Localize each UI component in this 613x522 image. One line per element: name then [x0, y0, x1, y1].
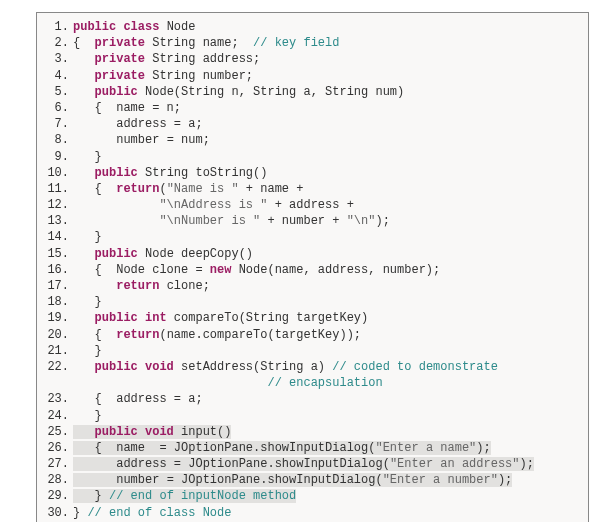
- code-line: 22. public void setAddress(String a) // …: [43, 359, 578, 375]
- line-number: 10.: [43, 165, 73, 181]
- line-number: 1.: [43, 19, 73, 35]
- code-content: address = JOptionPane.showInputDialog("E…: [73, 456, 578, 472]
- line-number: 4.: [43, 68, 73, 84]
- code-line: 15. public Node deepCopy(): [43, 246, 578, 262]
- line-number: 17.: [43, 278, 73, 294]
- code-content: public class Node: [73, 19, 578, 35]
- code-content: { return(name.compareTo(targetKey));: [73, 327, 578, 343]
- code-line: 24. }: [43, 408, 578, 424]
- line-number: 15.: [43, 246, 73, 262]
- code-line: 16. { Node clone = new Node(name, addres…: [43, 262, 578, 278]
- code-content: { private String name; // key field: [73, 35, 578, 51]
- line-number: 12.: [43, 197, 73, 213]
- line-number: 25.: [43, 424, 73, 440]
- code-line: 19. public int compareTo(String targetKe…: [43, 310, 578, 326]
- code-content: } // end of class Node: [73, 505, 578, 521]
- line-number: 7.: [43, 116, 73, 132]
- code-content: number = num;: [73, 132, 578, 148]
- code-line: 11. { return("Name is " + name +: [43, 181, 578, 197]
- code-content: }: [73, 343, 578, 359]
- code-line: 18. }: [43, 294, 578, 310]
- code-listing: 1.public class Node2.{ private String na…: [36, 12, 589, 522]
- code-content: public void setAddress(String a) // code…: [73, 359, 578, 375]
- code-line: 13. "\nNumber is " + number + "\n");: [43, 213, 578, 229]
- code-line: 4. private String number;: [43, 68, 578, 84]
- code-line: 10. public String toString(): [43, 165, 578, 181]
- line-number: 27.: [43, 456, 73, 472]
- code-line: 3. private String address;: [43, 51, 578, 67]
- line-number: 5.: [43, 84, 73, 100]
- code-content: { name = n;: [73, 100, 578, 116]
- code-line: 26. { name = JOptionPane.showInputDialog…: [43, 440, 578, 456]
- code-content: public void input(): [73, 424, 578, 440]
- code-line: 2.{ private String name; // key field: [43, 35, 578, 51]
- code-line: 12. "\nAddress is " + address +: [43, 197, 578, 213]
- code-line: // encapsulation: [43, 375, 578, 391]
- code-line: 20. { return(name.compareTo(targetKey));: [43, 327, 578, 343]
- line-number: 24.: [43, 408, 73, 424]
- code-content: return clone;: [73, 278, 578, 294]
- code-content: } // end of inputNode method: [73, 488, 578, 504]
- line-number: 19.: [43, 310, 73, 326]
- code-content: }: [73, 149, 578, 165]
- line-number: 26.: [43, 440, 73, 456]
- line-number: 14.: [43, 229, 73, 245]
- code-line: 28. number = JOptionPane.showInputDialog…: [43, 472, 578, 488]
- line-number: 11.: [43, 181, 73, 197]
- code-content: // encapsulation: [73, 375, 578, 391]
- code-content: private String number;: [73, 68, 578, 84]
- code-content: address = a;: [73, 116, 578, 132]
- code-content: private String address;: [73, 51, 578, 67]
- code-content: { Node clone = new Node(name, address, n…: [73, 262, 578, 278]
- code-content: public Node(String n, String a, String n…: [73, 84, 578, 100]
- code-line: 17. return clone;: [43, 278, 578, 294]
- line-number: 22.: [43, 359, 73, 375]
- code-content: public Node deepCopy(): [73, 246, 578, 262]
- code-content: public String toString(): [73, 165, 578, 181]
- code-content: number = JOptionPane.showInputDialog("En…: [73, 472, 578, 488]
- line-number: 9.: [43, 149, 73, 165]
- line-number: 23.: [43, 391, 73, 407]
- line-number: 8.: [43, 132, 73, 148]
- code-line: 1.public class Node: [43, 19, 578, 35]
- code-line: 23. { address = a;: [43, 391, 578, 407]
- code-line: 30.} // end of class Node: [43, 505, 578, 521]
- line-number: 21.: [43, 343, 73, 359]
- line-number: 16.: [43, 262, 73, 278]
- code-line: 6. { name = n;: [43, 100, 578, 116]
- line-number: 28.: [43, 472, 73, 488]
- code-content: { address = a;: [73, 391, 578, 407]
- line-number: 3.: [43, 51, 73, 67]
- code-line: 8. number = num;: [43, 132, 578, 148]
- code-line: 25. public void input(): [43, 424, 578, 440]
- line-number: 30.: [43, 505, 73, 521]
- code-content: }: [73, 408, 578, 424]
- code-line: 7. address = a;: [43, 116, 578, 132]
- line-number: 6.: [43, 100, 73, 116]
- code-line: 27. address = JOptionPane.showInputDialo…: [43, 456, 578, 472]
- code-line: 14. }: [43, 229, 578, 245]
- line-number: 2.: [43, 35, 73, 51]
- code-line: 29. } // end of inputNode method: [43, 488, 578, 504]
- line-number: 29.: [43, 488, 73, 504]
- code-content: "\nAddress is " + address +: [73, 197, 578, 213]
- code-line: 9. }: [43, 149, 578, 165]
- line-number: 18.: [43, 294, 73, 310]
- code-content: "\nNumber is " + number + "\n");: [73, 213, 578, 229]
- code-content: { return("Name is " + name +: [73, 181, 578, 197]
- line-number: 20.: [43, 327, 73, 343]
- page: 1.public class Node2.{ private String na…: [0, 0, 613, 522]
- code-content: }: [73, 294, 578, 310]
- code-content: }: [73, 229, 578, 245]
- code-content: { name = JOptionPane.showInputDialog("En…: [73, 440, 578, 456]
- code-content: public int compareTo(String targetKey): [73, 310, 578, 326]
- code-line: 5. public Node(String n, String a, Strin…: [43, 84, 578, 100]
- line-number: 13.: [43, 213, 73, 229]
- code-line: 21. }: [43, 343, 578, 359]
